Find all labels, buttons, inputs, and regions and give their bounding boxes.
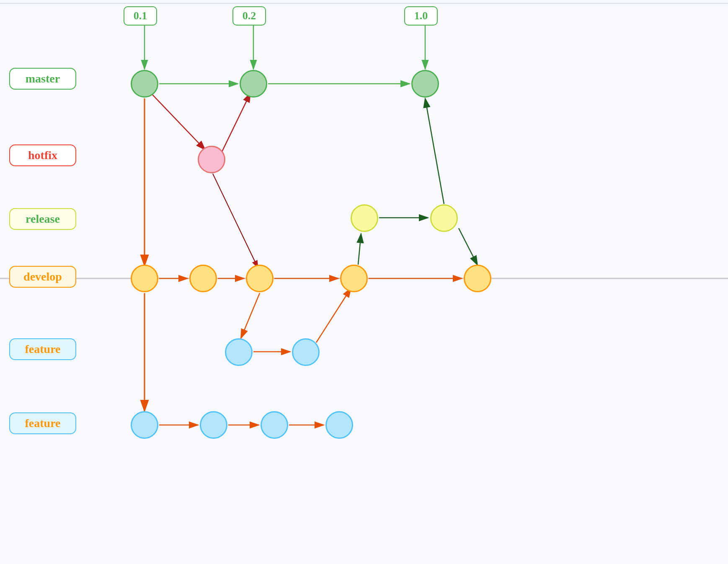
branch-feature2: feature [9, 412, 76, 434]
feature1-node-1 [225, 338, 253, 366]
svg-line-19 [241, 293, 260, 338]
master-node-2 [240, 70, 267, 98]
branch-release: release [9, 208, 76, 230]
svg-line-28 [425, 98, 444, 204]
develop-node-2 [189, 265, 217, 292]
tag-v01: 0.1 [124, 6, 157, 26]
feature1-node-2 [292, 338, 320, 366]
develop-node-1 [131, 265, 158, 292]
svg-line-29 [459, 228, 478, 265]
develop-node-4 [340, 265, 368, 292]
branch-feature1: feature [9, 338, 76, 360]
feature2-node-1 [131, 411, 158, 439]
svg-line-13 [213, 174, 258, 268]
svg-line-11 [151, 93, 205, 150]
svg-line-12 [222, 93, 250, 152]
feature2-node-3 [261, 411, 288, 439]
develop-node-5 [464, 265, 491, 292]
branch-develop: develop [9, 266, 76, 288]
feature2-node-2 [200, 411, 227, 439]
svg-line-21 [316, 288, 351, 343]
develop-node-3 [246, 265, 274, 292]
release-node-1 [351, 204, 378, 232]
svg-line-26 [358, 234, 361, 265]
branch-master: master [9, 68, 76, 90]
branch-hotfix: hotfix [9, 144, 76, 166]
hotfix-node-1 [198, 146, 225, 173]
release-node-2 [430, 204, 458, 232]
master-node-1 [131, 70, 158, 98]
feature2-node-4 [325, 411, 353, 439]
tag-v10: 1.0 [404, 6, 438, 26]
tag-v02: 0.2 [232, 6, 266, 26]
master-node-3 [411, 70, 439, 98]
